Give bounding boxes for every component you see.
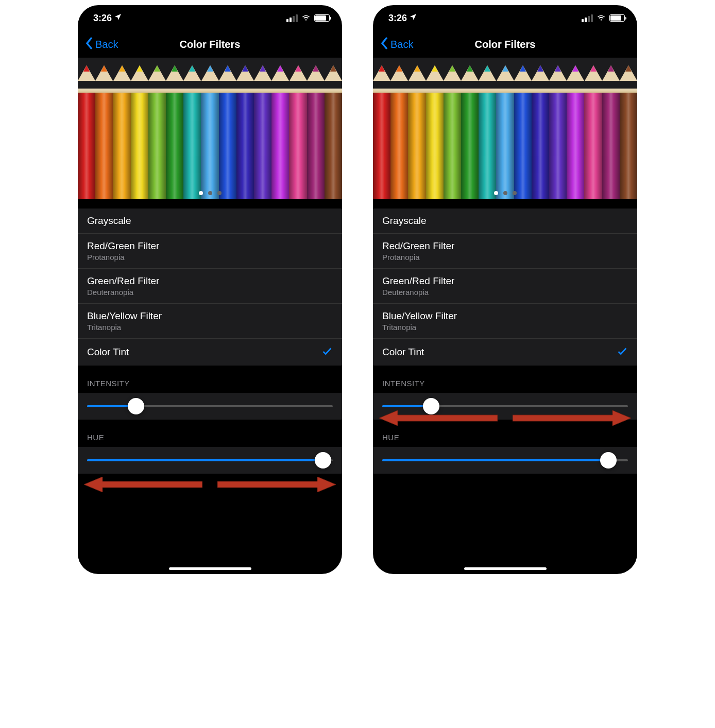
chevron-left-icon <box>85 36 94 53</box>
page-dot <box>217 191 222 195</box>
home-indicator[interactable] <box>169 567 251 570</box>
page-indicator[interactable] <box>78 191 342 195</box>
pencil <box>307 65 325 199</box>
intensity-slider[interactable] <box>87 405 333 407</box>
battery-icon <box>314 14 330 22</box>
pencil <box>373 65 390 199</box>
home-indicator[interactable] <box>464 567 547 570</box>
filter-option[interactable]: Color Tint <box>78 339 342 366</box>
filter-label: Grayscale <box>87 215 131 227</box>
checkmark-icon <box>321 345 333 359</box>
filter-option[interactable]: Green/Red FilterDeuteranopia <box>78 269 342 304</box>
page-dot <box>199 191 203 195</box>
filter-label: Blue/Yellow Filter <box>382 310 457 322</box>
page-dot <box>513 191 517 195</box>
hue-slider[interactable] <box>87 459 333 461</box>
wifi-icon <box>301 12 311 25</box>
hue-slider-container <box>78 447 342 474</box>
filter-subtitle: Protanopia <box>87 253 159 262</box>
screenshot-right: 3:26 Back Color FiltersGrayscaleRed/Gree… <box>373 5 637 574</box>
filter-label: Red/Green Filter <box>87 240 159 252</box>
battery-icon <box>609 14 625 22</box>
location-icon <box>114 13 122 24</box>
pencil <box>408 65 425 199</box>
hue-section: HUE <box>78 420 342 474</box>
slider-thumb[interactable] <box>423 398 439 414</box>
filter-subtitle: Deuteranopia <box>382 288 454 297</box>
arrow-left-icon <box>84 477 202 492</box>
cellular-icon <box>582 14 593 22</box>
filter-label: Color Tint <box>87 346 129 358</box>
intensity-section: INTENSITY <box>78 366 342 420</box>
pencil <box>289 65 307 199</box>
pencil <box>514 65 532 199</box>
filter-option[interactable]: Grayscale <box>373 209 637 234</box>
pencil <box>201 65 218 199</box>
pencil <box>236 65 254 199</box>
filter-option[interactable]: Blue/Yellow FilterTritanopia <box>78 304 342 339</box>
pencil <box>113 65 130 199</box>
filter-subtitle: Protanopia <box>382 253 454 262</box>
hue-slider-container <box>373 447 637 474</box>
filter-preview[interactable] <box>373 58 637 199</box>
hue-label: HUE <box>373 420 637 447</box>
nav-bar: Back Color Filters <box>373 31 637 58</box>
pencil <box>390 65 408 199</box>
filter-option[interactable]: Green/Red FilterDeuteranopia <box>373 269 637 304</box>
filter-option[interactable]: Red/Green FilterProtanopia <box>373 234 637 269</box>
intensity-slider[interactable] <box>382 405 628 407</box>
filter-subtitle: Tritanopia <box>87 323 162 332</box>
filter-label: Green/Red Filter <box>87 275 159 287</box>
page-dot <box>494 191 498 195</box>
pencil <box>148 65 166 199</box>
back-label: Back <box>95 39 118 50</box>
page-dot <box>208 191 212 195</box>
screenshot-left: 3:26 Back Color FiltersGrayscaleRed/Gree… <box>78 5 342 574</box>
pencil <box>620 65 637 199</box>
intensity-label: INTENSITY <box>373 366 637 393</box>
pencil <box>532 65 549 199</box>
filter-label: Green/Red Filter <box>382 275 454 287</box>
hue-label: HUE <box>78 420 342 447</box>
slider-thumb[interactable] <box>128 398 144 414</box>
pencil <box>496 65 514 199</box>
pencil <box>567 65 584 199</box>
intensity-label: INTENSITY <box>78 366 342 393</box>
pencil <box>254 65 271 199</box>
back-button[interactable]: Back <box>380 36 413 53</box>
status-bar: 3:26 <box>78 5 342 31</box>
pencil <box>271 65 289 199</box>
filter-option[interactable]: Red/Green FilterProtanopia <box>78 234 342 269</box>
pencil <box>584 65 602 199</box>
slider-thumb[interactable] <box>315 452 331 469</box>
filter-option[interactable]: Blue/Yellow FilterTritanopia <box>373 304 637 339</box>
hue-slider[interactable] <box>382 459 628 461</box>
filter-option[interactable]: Color Tint <box>373 339 637 366</box>
wifi-icon <box>596 12 606 25</box>
pencil <box>479 65 496 199</box>
slider-thumb[interactable] <box>600 452 617 469</box>
pencil <box>219 65 236 199</box>
filter-subtitle: Tritanopia <box>382 323 457 332</box>
page-indicator[interactable] <box>373 191 637 195</box>
filter-list: GrayscaleRed/Green FilterProtanopiaGreen… <box>373 209 637 366</box>
filter-option[interactable]: Grayscale <box>78 209 342 234</box>
filter-label: Color Tint <box>382 346 424 358</box>
back-button[interactable]: Back <box>85 36 118 53</box>
pencil <box>183 65 201 199</box>
page-dot <box>503 191 507 195</box>
instruction-arrows <box>84 473 336 496</box>
filter-preview[interactable] <box>78 58 342 199</box>
pencil <box>426 65 444 199</box>
pencil <box>325 65 342 199</box>
pencil <box>166 65 183 199</box>
status-bar: 3:26 <box>373 5 637 31</box>
cellular-icon <box>286 14 298 22</box>
hue-section: HUE <box>373 420 637 474</box>
pencil <box>444 65 461 199</box>
status-time: 3:26 <box>388 13 407 24</box>
pencil <box>131 65 148 199</box>
checkmark-icon <box>617 345 628 359</box>
svg-marker-0 <box>84 477 202 492</box>
filter-label: Grayscale <box>382 215 427 227</box>
